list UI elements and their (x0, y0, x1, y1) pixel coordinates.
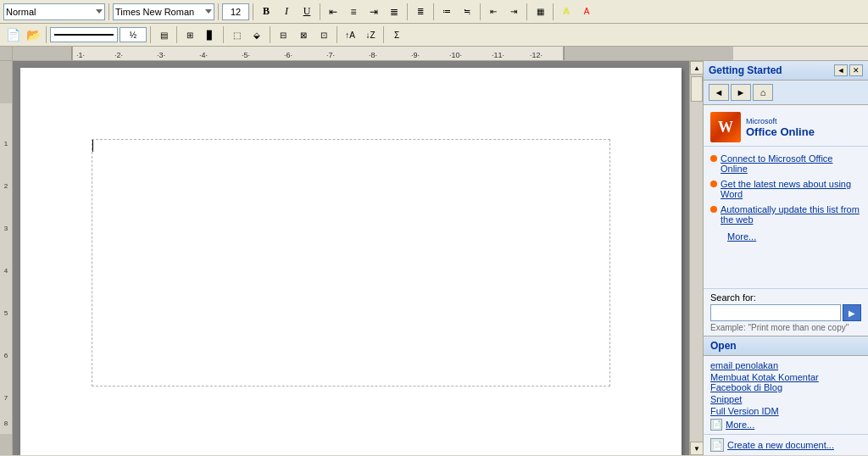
open-link-4[interactable]: Full Version IDM (710, 405, 861, 417)
panel-more-link[interactable]: More... (710, 230, 861, 248)
numbering-button[interactable]: ≒ (458, 3, 476, 21)
top-margin-line (92, 139, 610, 140)
separator-9 (553, 3, 554, 20)
scroll-up-button[interactable]: ▲ (690, 61, 704, 75)
font-size-input[interactable] (222, 3, 249, 20)
bullets-button[interactable]: ≔ (437, 3, 456, 21)
create-new-label[interactable]: Create a new document... (727, 440, 834, 450)
toolbar-row1: Normal Times New Roman B I U ⇤ ≡ ⇥ ≣ ≣ ≔… (0, 0, 868, 24)
search-button[interactable]: ▶ (843, 304, 861, 321)
highlight-button[interactable]: A (557, 3, 576, 21)
line-spacing-button[interactable]: ≣ (411, 3, 430, 21)
separator-3 (253, 3, 253, 20)
scroll-thumb[interactable] (691, 76, 703, 102)
page[interactable] (20, 68, 682, 455)
panel-back-button[interactable]: ◄ (834, 64, 848, 76)
vertical-scrollbar[interactable]: ▲ ▼ (689, 61, 703, 455)
new-button[interactable]: 📄 (3, 25, 22, 44)
fraction-box[interactable]: ½ (120, 27, 147, 42)
more-open-row[interactable]: 📄 More... (710, 419, 861, 431)
open-more-link[interactable]: More... (726, 419, 754, 431)
outdent-button[interactable]: ⇤ (484, 3, 503, 21)
italic-button[interactable]: I (277, 3, 296, 21)
frames2-button[interactable]: ⬙ (248, 25, 266, 44)
font-dropdown[interactable]: Times New Roman (113, 3, 214, 20)
svg-text:·9·: ·9· (411, 51, 420, 59)
panel-nav: ◄ ► ⌂ (704, 81, 868, 105)
panel-nav-forward[interactable]: ► (731, 84, 751, 101)
align-center-button[interactable]: ≡ (344, 3, 363, 21)
insert-table-btn[interactable]: ⊟ (274, 25, 292, 44)
more-open-icon: 📄 (710, 419, 722, 431)
panel-links: Connect to Microsoft Office Online Get t… (704, 147, 868, 288)
svg-text:6: 6 (4, 352, 8, 359)
search-input[interactable] (710, 304, 841, 321)
open-link-1[interactable]: email penolakan (710, 359, 861, 371)
svg-text:4: 4 (4, 267, 8, 275)
style-dropdown[interactable]: Normal (3, 3, 105, 20)
office-online-label: Office Online (746, 125, 815, 138)
merge-btn[interactable]: ⊡ (314, 25, 333, 44)
main-area: 1 2 3 4 5 6 7 8 ▲ ▼ (0, 61, 868, 455)
bullet-1 (710, 155, 717, 162)
separator-5 (407, 3, 408, 20)
open-button[interactable]: 📂 (24, 25, 42, 44)
underline-button[interactable]: U (298, 3, 316, 21)
office-icon: W (710, 112, 741, 142)
search-row: ▶ (710, 304, 861, 321)
svg-text:8: 8 (4, 420, 8, 427)
open-link-3[interactable]: Snippet (710, 393, 861, 405)
frames-button[interactable]: ⬚ (227, 25, 246, 44)
insert-col-btn[interactable]: ⊠ (294, 25, 313, 44)
ruler-left-margin (0, 47, 13, 60)
panel-nav-back[interactable]: ◄ (709, 84, 729, 101)
toolbar-row2: 📄 📂 ½ ▤ ⊞ ▊ ⬚ ⬙ ⊟ ⊠ ⊡ ↑A ↓Z Σ (0, 24, 868, 46)
sort-desc-btn[interactable]: ↓Z (361, 25, 380, 44)
border-button[interactable]: ▦ (531, 3, 549, 21)
panel-link-item-3[interactable]: Automatically update this list from the … (710, 204, 861, 225)
formula-btn[interactable]: Σ (387, 25, 406, 44)
align-left-button[interactable]: ⇤ (324, 3, 342, 21)
svg-text:·2·: ·2· (114, 51, 123, 59)
svg-text:7: 7 (4, 394, 8, 402)
right-margin-line (609, 139, 610, 386)
shading-button[interactable]: ▤ (154, 25, 173, 44)
separator-16 (383, 26, 384, 43)
font-color-button[interactable]: A (577, 3, 596, 21)
panel-link-text-2[interactable]: Get the latest news about using Word (721, 179, 861, 199)
open-link-2[interactable]: Membuat Kotak Komentar Facebook di Blog (710, 371, 861, 393)
bullet-3 (710, 206, 717, 213)
bullet-2 (710, 181, 717, 187)
bold-button[interactable]: B (257, 3, 275, 21)
sort-asc-btn[interactable]: ↑A (341, 25, 359, 44)
panel-open-links: email penolakan Membuat Kotak Komentar F… (704, 356, 868, 434)
line-style-box (50, 27, 118, 42)
svg-text:3: 3 (4, 225, 8, 232)
columns-button[interactable]: ▊ (201, 25, 220, 44)
search-example: Example: "Print more than one copy" (710, 323, 861, 332)
svg-text:·12·: ·12· (530, 51, 542, 59)
align-justify-button[interactable]: ≣ (385, 3, 403, 21)
table-insert-button[interactable]: ⊞ (181, 25, 199, 44)
document-area[interactable] (13, 61, 689, 455)
panel-create-new[interactable]: 📄 Create a new document... (704, 434, 868, 455)
bottom-margin-line (92, 386, 610, 386)
office-online-logo: W Microsoft Office Online (704, 105, 868, 147)
indent-button[interactable]: ⇥ (504, 3, 523, 21)
scroll-track[interactable] (690, 75, 703, 442)
panel-link-item-2[interactable]: Get the latest news about using Word (710, 179, 861, 199)
panel-nav-home[interactable]: ⌂ (753, 84, 773, 101)
panel-link-text-1[interactable]: Connect to Microsoft Office Online (721, 153, 861, 174)
svg-text:·11·: ·11· (492, 51, 504, 59)
separator-13 (223, 26, 224, 43)
panel-link-text-3[interactable]: Automatically update this list from the … (721, 204, 861, 225)
svg-rect-1 (13, 47, 72, 60)
svg-text:·10·: ·10· (449, 51, 462, 59)
svg-text:·1·: ·1· (76, 51, 85, 59)
svg-text:2: 2 (4, 182, 8, 190)
align-right-button[interactable]: ⇥ (364, 3, 383, 21)
scroll-down-button[interactable]: ▼ (690, 442, 704, 455)
panel-close-button[interactable]: ✕ (849, 64, 863, 76)
panel-link-item-1[interactable]: Connect to Microsoft Office Online (710, 153, 861, 174)
svg-rect-2 (564, 47, 733, 60)
